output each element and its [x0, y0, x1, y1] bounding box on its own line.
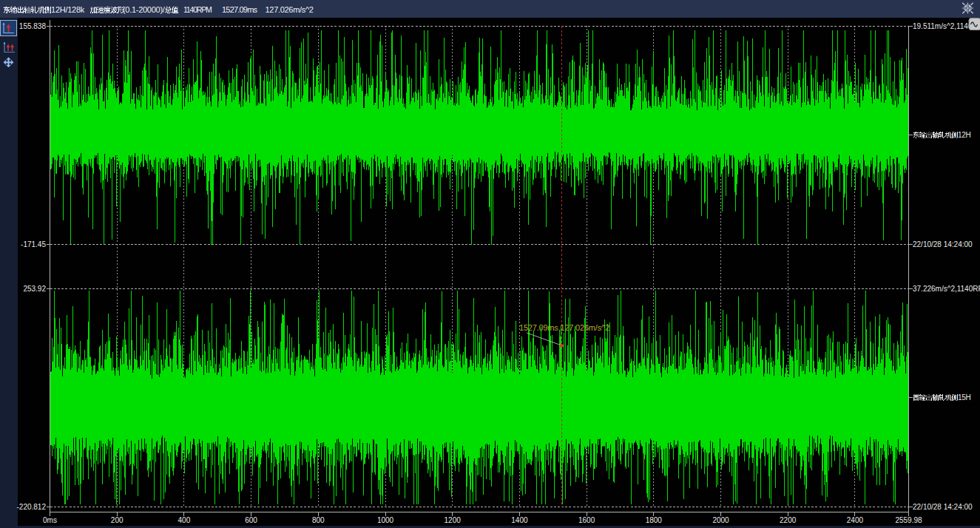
svg-text:1200: 1200	[445, 516, 462, 524]
svg-text:-171.45: -171.45	[21, 240, 46, 248]
svg-text:1140RPM: 1140RPM	[183, 5, 212, 14]
svg-text:(0.1-20000)/: (0.1-20000)/	[123, 5, 166, 14]
svg-text:37.226m/s^2,1140RPM: 37.226m/s^2,1140RPM	[913, 285, 980, 293]
svg-text:1527.09ms: 1527.09ms	[222, 5, 258, 14]
svg-text:400: 400	[178, 516, 191, 524]
svg-text:22/10/28 14:24:00: 22/10/28 14:24:00	[913, 503, 973, 511]
svg-text:800: 800	[312, 516, 325, 524]
svg-text:12H: 12H	[958, 131, 971, 139]
svg-text:1527.09ms,127.026m/s^2: 1527.09ms,127.026m/s^2	[519, 323, 609, 332]
svg-text:2200: 2200	[780, 516, 797, 524]
svg-text:127.026m/s^2: 127.026m/s^2	[266, 5, 314, 14]
svg-text:1800: 1800	[646, 516, 663, 524]
svg-text:1600: 1600	[578, 516, 595, 524]
svg-text:0ms: 0ms	[43, 516, 57, 524]
svg-text:-220.812: -220.812	[17, 503, 47, 511]
svg-text:22/10/28 14:24:00: 22/10/28 14:24:00	[913, 240, 973, 248]
svg-text:200: 200	[111, 516, 124, 524]
svg-text:15H: 15H	[958, 393, 971, 402]
svg-text:1000: 1000	[377, 516, 394, 524]
svg-text:2400: 2400	[847, 516, 864, 524]
svg-text:1400: 1400	[511, 516, 528, 524]
svg-text:2559.98: 2559.98	[895, 516, 922, 524]
svg-text:253.92: 253.92	[23, 285, 46, 293]
svg-text:2000: 2000	[712, 516, 729, 524]
svg-text:600: 600	[245, 516, 257, 524]
svg-text:12H/128k: 12H/128k	[51, 5, 85, 14]
svg-text:155.838: 155.838	[19, 22, 47, 30]
